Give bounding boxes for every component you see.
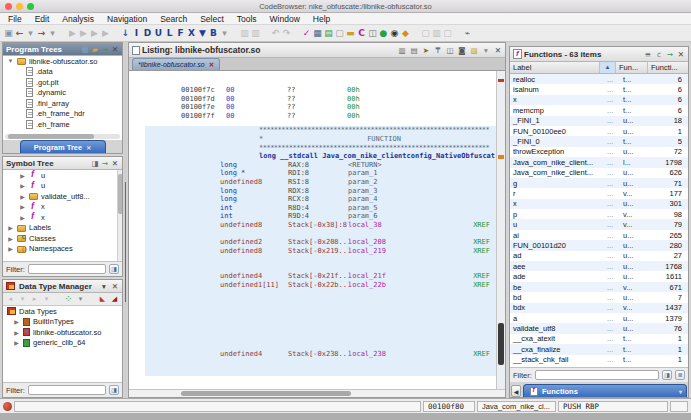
variable-row[interactable]: XREF undefined4Stack[-0x238...local_238 bbox=[145, 350, 496, 359]
filter-input[interactable] bbox=[28, 385, 106, 395]
listing-byte-row[interactable]: 00100f7e00??00h bbox=[129, 103, 496, 112]
redo-icon[interactable]: ↷ bbox=[282, 28, 291, 39]
table-row[interactable]: r ... v... 177 bbox=[510, 188, 688, 198]
filter-arrows-icon[interactable]: ◢ bbox=[110, 294, 119, 305]
filter-input[interactable] bbox=[28, 264, 106, 274]
table-row[interactable]: bd ... u... 7 bbox=[510, 292, 688, 302]
undo-icon[interactable]: ↶ bbox=[271, 28, 280, 39]
expand-arrow-icon[interactable]: ▶ bbox=[13, 318, 20, 325]
close-icon[interactable]: ✕ bbox=[111, 159, 119, 168]
variable-row[interactable] bbox=[145, 341, 496, 350]
copy-icon[interactable]: ▥ bbox=[398, 46, 406, 55]
panel-splitter[interactable] bbox=[124, 42, 127, 398]
call-tree-icon[interactable]: ◫ bbox=[368, 28, 377, 39]
close-icon[interactable]: ✕ bbox=[677, 50, 685, 59]
table-row[interactable]: p ... v... 98 bbox=[510, 209, 688, 219]
table-row[interactable]: g ... u... 71 bbox=[510, 178, 688, 188]
table-row[interactable]: __cxa_finalize ... t... 1 bbox=[510, 344, 688, 354]
paste-icon[interactable]: ▤ bbox=[410, 46, 418, 55]
misc-icon[interactable]: ▢ bbox=[421, 28, 430, 39]
dropdown-caret-icon[interactable]: ▾ bbox=[220, 28, 229, 39]
tree-view-icon[interactable]: ▦ bbox=[81, 45, 89, 54]
variable-row[interactable]: XREF undefined4Stack[-0x21f...local_21f bbox=[145, 272, 496, 281]
nav-block-icon[interactable]: ▶ bbox=[79, 28, 88, 39]
table-row[interactable]: x ... t... 6 bbox=[510, 95, 688, 105]
window-icon[interactable]: ▢ bbox=[335, 28, 344, 39]
table-row[interactable]: u ... v... 79 bbox=[510, 219, 688, 229]
organize-icon[interactable]: ⁘ bbox=[64, 294, 73, 305]
variable-row[interactable] bbox=[145, 264, 496, 273]
table-row[interactable]: Java_com_nike_client... ... l... 1798 bbox=[510, 157, 688, 167]
column-label[interactable]: Label bbox=[510, 62, 600, 73]
table-row[interactable]: bdx ... v... 1437 bbox=[510, 303, 688, 313]
expand-arrow-icon[interactable]: ▶ bbox=[7, 235, 14, 242]
menu-item[interactable]: Analysis bbox=[62, 14, 94, 24]
copy-icon[interactable]: c bbox=[655, 50, 663, 59]
menu-item[interactable]: File bbox=[8, 14, 22, 24]
close-icon[interactable]: ✕ bbox=[111, 45, 119, 54]
tree-item[interactable]: .dynamic bbox=[3, 88, 122, 99]
menu-item[interactable]: Help bbox=[313, 14, 330, 24]
expand-arrow-icon[interactable]: ▶ bbox=[13, 339, 20, 346]
filter-arrows-icon[interactable]: ◣ bbox=[98, 294, 107, 305]
debug-icon[interactable]: ◉ bbox=[390, 28, 399, 39]
forward-icon[interactable]: → bbox=[37, 28, 46, 39]
list-icon[interactable]: ≡ bbox=[644, 50, 652, 59]
caret-icon[interactable]: ▾ bbox=[76, 294, 85, 305]
back-icon[interactable]: ◂ bbox=[6, 294, 15, 305]
dropdown-caret-icon[interactable]: ▾ bbox=[482, 46, 490, 55]
tree-item[interactable]: ▶ generic_clib_64 bbox=[3, 338, 122, 349]
scrollbar-thumb[interactable] bbox=[498, 323, 504, 365]
tree-item[interactable]: .fini_array bbox=[3, 98, 122, 109]
variable-row[interactable] bbox=[145, 290, 496, 299]
markup-icon[interactable]: ◫ bbox=[446, 46, 454, 55]
tree-item[interactable]: .eh_frame bbox=[3, 119, 122, 130]
snapshot-icon[interactable]: → bbox=[666, 50, 674, 59]
listing-byte-row[interactable]: 00100f7c00??00h bbox=[129, 86, 496, 95]
column-function-signature[interactable]: Fun... bbox=[616, 62, 648, 73]
sort-indicator-icon[interactable]: ▲ bbox=[600, 62, 616, 73]
expand-arrow-icon[interactable]: ▶ bbox=[7, 224, 14, 231]
xref-label[interactable]: XREF bbox=[473, 238, 490, 247]
variable-row[interactable] bbox=[145, 230, 496, 239]
expand-arrow-icon[interactable]: ▶ bbox=[13, 329, 20, 336]
tree-item[interactable]: .eh_frame_hdr bbox=[3, 109, 122, 120]
table-row[interactable]: realloc ... t... 6 bbox=[510, 74, 688, 84]
diff-view-icon[interactable]: ₸ bbox=[434, 46, 442, 55]
variable-row[interactable]: undefined8RSI:8param_2 bbox=[145, 178, 496, 187]
variable-row[interactable]: XREF undefined2Stack[-0x208...local_208 bbox=[145, 238, 496, 247]
tree-item[interactable]: ▶ Classes bbox=[3, 233, 122, 244]
function-icon[interactable]: F bbox=[176, 28, 185, 39]
horizontal-scrollbar[interactable] bbox=[5, 134, 120, 139]
function-signature[interactable]: long __stdcall Java_com_nike_clientconfi… bbox=[259, 152, 496, 161]
tab-scroll-left-icon[interactable]: ◀ bbox=[511, 385, 521, 397]
table-row[interactable]: memcmp ... t... 6 bbox=[510, 105, 688, 115]
variable-row[interactable] bbox=[145, 298, 496, 307]
listing-byte-row[interactable]: 00100f7f00??00h bbox=[129, 112, 496, 121]
xref-label[interactable]: XREF bbox=[473, 350, 490, 359]
folder-icon[interactable]: ▰ bbox=[91, 45, 99, 54]
xref-label[interactable]: XREF bbox=[473, 272, 490, 281]
forward-dropdown-icon[interactable]: ▾ bbox=[48, 28, 57, 39]
tree-item[interactable]: ▶ u bbox=[3, 181, 122, 192]
variable-row[interactable]: longRDX:8param_3 bbox=[145, 187, 496, 196]
back-icon[interactable]: ← bbox=[15, 28, 24, 39]
variable-row[interactable]: XREF undefined8Stack[-0x38]:8local_38 bbox=[145, 221, 496, 230]
column-settings-icon[interactable]: ≣ bbox=[675, 370, 685, 380]
table-row[interactable]: FUN_00100ee0 ... u... 1 bbox=[510, 126, 688, 136]
variable-row[interactable]: longRCX:8param_4 bbox=[145, 195, 496, 204]
nav-block-icon[interactable]: ▶ bbox=[68, 28, 77, 39]
listing-body[interactable]: 00100f7c00??00h 00100f7d00??00h 00100f7e… bbox=[129, 71, 505, 389]
vertical-scrollbar[interactable] bbox=[496, 71, 505, 389]
label-icon[interactable]: L bbox=[165, 28, 174, 39]
functions-tab[interactable]: Functions ▾ bbox=[523, 384, 687, 397]
filter-options-icon[interactable]: ◨ bbox=[662, 370, 672, 380]
variable-row[interactable]: XREF undefined8Stack[-0x219...local_219 bbox=[145, 247, 496, 256]
table-row[interactable]: _FINI_1 ... u... 18 bbox=[510, 116, 688, 126]
bookmark-icon[interactable]: ▬ bbox=[346, 28, 355, 39]
close-icon[interactable]: ✕ bbox=[86, 144, 91, 151]
table-icon[interactable]: ▦ bbox=[313, 28, 322, 39]
vertical-scrollbar[interactable] bbox=[117, 170, 122, 261]
ghidra-status-icon[interactable] bbox=[3, 402, 12, 411]
variable-row[interactable]: XREF undefined1[11]Stack[-0x22b...local_… bbox=[145, 281, 496, 290]
